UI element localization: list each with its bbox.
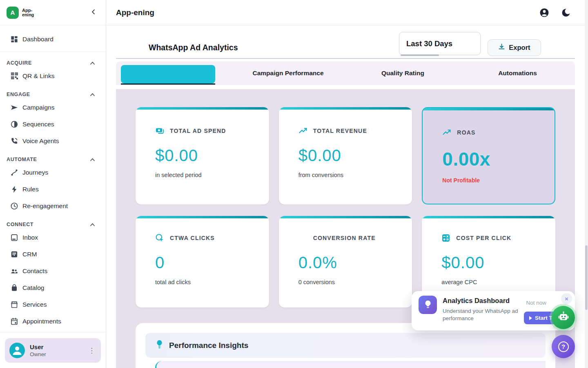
sidebar-item-catalog[interactable]: Catalog (0, 279, 106, 296)
sidebar-item-label: Catalog (22, 284, 44, 292)
scrollbar-thumb[interactable] (585, 245, 588, 310)
tab-quality-rating[interactable]: Quality Rating (381, 70, 424, 77)
brand-logo: A (7, 7, 19, 19)
tab-overview-active[interactable] (121, 65, 215, 83)
download-icon (498, 43, 505, 52)
brand-name: App- ening (22, 8, 34, 17)
sidebar-item-crm[interactable]: CRM (0, 246, 106, 263)
app-title: App-ening (116, 8, 154, 17)
tab-campaign-performance[interactable]: Campaign Performance (253, 70, 324, 77)
sidebar-item-re-engagement[interactable]: Re-engagement (0, 197, 106, 214)
sidebar-section-engage[interactable]: ENGAGE (0, 90, 106, 99)
sidebar-item-label: CRM (22, 251, 37, 258)
metric-cards-grid: TOTAL AD SPEND $0.00 in selected period … (136, 107, 555, 307)
help-button[interactable]: ? (552, 335, 575, 358)
topbar: App-ening (106, 0, 585, 25)
sidebar-logo-row: A App- ening (0, 0, 106, 25)
tab-cell (116, 61, 231, 85)
app-root: A App- ening Dashboard ACQUIRE (0, 0, 588, 368)
account-icon[interactable] (539, 7, 550, 18)
metric-value: 0 (155, 254, 260, 272)
export-label: Export (509, 44, 530, 52)
export-button[interactable]: Export (488, 39, 541, 56)
metric-subtitle: average CPC (441, 279, 546, 285)
sidebar-item-qr-links[interactable]: QR & Links (0, 67, 106, 84)
robot-icon (557, 311, 570, 325)
calendar-icon (10, 317, 19, 325)
tab-cell: Automations (460, 61, 575, 85)
metric-value: 0.00x (442, 148, 546, 170)
metric-card-conversion-rate: CONVERSION RATE 0.0% 0 conversions (279, 216, 412, 307)
sidebar-item-rules[interactable]: Rules (0, 181, 106, 197)
sidebar-item-journeys[interactable]: Journeys (0, 164, 106, 181)
metric-card-ctwa-clicks: CTWA CLICKS 0 total ad clicks (136, 216, 269, 307)
sidebar-section-automate[interactable]: AUTOMATE (0, 155, 106, 164)
metric-card-total-ad-spend: TOTAL AD SPEND $0.00 in selected period (136, 107, 269, 204)
date-range-select[interactable]: Last 30 Days (399, 32, 481, 55)
sidebar-item-services[interactable]: Services (0, 296, 106, 313)
sidebar-item-voice-agents[interactable]: Voice Agents (0, 132, 106, 149)
sidebar-item-inbox[interactable]: Inbox (0, 229, 106, 246)
sidebar-item-label: Rules (22, 186, 39, 193)
sidebar-section-connect[interactable]: CONNECT (0, 220, 106, 229)
tab-bar: Campaign Performance Quality Rating Auto… (116, 61, 575, 85)
sidebar-item-label: QR & Links (22, 72, 54, 80)
sidebar-item-label: Appointments (22, 318, 61, 325)
lightbulb-icon (156, 340, 163, 351)
insights-header: Performance Insights (145, 333, 546, 358)
chatbot-button[interactable] (552, 306, 575, 329)
dashboard-icon (10, 35, 19, 43)
brand-letter: A (11, 9, 15, 16)
sidebar: A App- ening Dashboard ACQUIRE (0, 0, 106, 368)
metric-value: $0.00 (441, 254, 546, 272)
sidebar-item-label: Campaigns (22, 104, 54, 111)
sidebar-item-label: Sequences (22, 121, 54, 128)
phone-icon (10, 137, 19, 145)
header-divider (116, 58, 575, 59)
insight-item (155, 361, 546, 368)
metric-value: 0.0% (298, 254, 403, 272)
sidebar-item-label: Dashboard (22, 36, 53, 43)
sidebar-item-label: Inbox (22, 234, 38, 241)
avatar (9, 343, 25, 358)
blank-icon-slot (298, 233, 307, 242)
metric-value: $0.00 (155, 146, 260, 165)
calculator-icon (441, 233, 450, 242)
tab-automations[interactable]: Automations (498, 70, 537, 77)
tab-cell: Quality Rating (345, 61, 460, 85)
click-icon (155, 233, 164, 242)
date-range-value: Last 30 Days (406, 39, 452, 48)
user-card[interactable]: User Owner ⋮ (5, 338, 101, 363)
popup-description: Understand your WhatsApp ad performance (443, 307, 522, 322)
chevron-up-icon (90, 61, 95, 65)
play-icon (529, 316, 532, 320)
lightbulb-icon (419, 296, 437, 314)
page-scrollbar[interactable] (585, 0, 588, 368)
sidebar-section-acquire[interactable]: ACQUIRE (0, 58, 106, 67)
metric-card-roas[interactable]: ROAS 0.00x Not Profitable (422, 107, 555, 204)
user-name: User (30, 343, 46, 350)
not-now-button[interactable]: Not now (526, 300, 546, 306)
popup-title: Analytics Dashboard (443, 297, 510, 305)
sidebar-item-dashboard[interactable]: Dashboard (0, 31, 106, 47)
user-texts: User Owner (30, 343, 46, 357)
sidebar-collapse-button[interactable] (89, 8, 98, 18)
dark-mode-moon-icon[interactable] (561, 8, 571, 18)
sidebar-item-contacts[interactable]: Contacts (0, 263, 106, 279)
sidebar-item-sequences[interactable]: Sequences (0, 116, 106, 132)
user-role: Owner (30, 351, 46, 357)
sidebar-item-appointments[interactable]: Appointments (0, 313, 106, 330)
metric-status: Not Profitable (442, 177, 546, 184)
kanban-icon (10, 250, 19, 258)
close-icon[interactable]: × (561, 293, 572, 304)
chevron-up-icon (90, 223, 95, 227)
metric-label: TOTAL AD SPEND (170, 128, 226, 134)
metric-label: CTWA CLICKS (170, 235, 215, 241)
user-menu-button[interactable]: ⋮ (88, 346, 95, 355)
sidebar-footer: User Owner ⋮ (0, 332, 106, 368)
sidebar-item-label: Re-engagement (22, 202, 68, 210)
metric-subtitle: total ad clicks (155, 279, 260, 285)
sidebar-item-label: Voice Agents (22, 137, 59, 145)
send-icon (10, 103, 19, 112)
sidebar-item-campaigns[interactable]: Campaigns (0, 99, 106, 116)
